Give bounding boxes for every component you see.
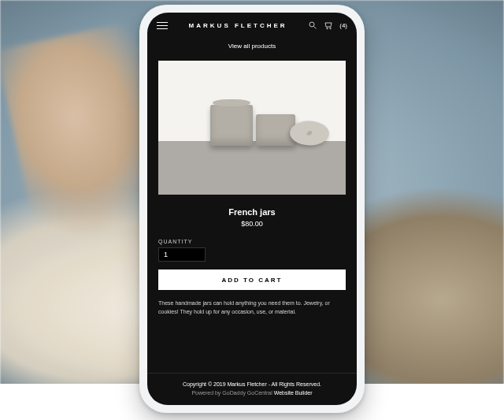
phone-frame: MARKUS FLETCHER (4) View all products Fr… — [139, 5, 365, 413]
header-actions: (4) — [308, 20, 347, 30]
svg-point-0 — [309, 22, 314, 27]
svg-line-1 — [314, 27, 317, 29]
powered-prefix: Powered by GoDaddy GoCentral — [191, 390, 273, 396]
powered-by: Powered by GoDaddy GoCentral Website Bui… — [158, 390, 346, 396]
search-icon[interactable] — [308, 20, 317, 30]
quantity-label: QUANTITY — [147, 239, 357, 244]
phone-screen: MARKUS FLETCHER (4) View all products Fr… — [147, 13, 357, 405]
view-all-link[interactable]: View all products — [147, 35, 357, 61]
quantity-input[interactable] — [158, 247, 206, 262]
add-to-cart-button[interactable]: ADD TO CART — [158, 269, 346, 290]
footer: Copyright © 2019 Markus Fletcher - All R… — [147, 373, 357, 405]
website-builder-link[interactable]: Website Builder — [274, 390, 313, 396]
product-description: These handmade jars can hold anything yo… — [147, 299, 357, 316]
svg-point-3 — [330, 28, 332, 29]
brand-title[interactable]: MARKUS FLETCHER — [189, 22, 287, 29]
copyright-text: Copyright © 2019 Markus Fletcher - All R… — [158, 381, 346, 387]
jar-icon — [210, 105, 253, 146]
product-title: French jars — [147, 195, 357, 220]
cart-count: (4) — [339, 22, 347, 29]
svg-point-2 — [327, 28, 328, 29]
product-image — [158, 61, 346, 195]
product-price: $80.00 — [147, 220, 357, 239]
menu-icon[interactable] — [157, 22, 168, 29]
header: MARKUS FLETCHER (4) — [147, 13, 357, 35]
cart-icon[interactable] — [324, 20, 333, 30]
